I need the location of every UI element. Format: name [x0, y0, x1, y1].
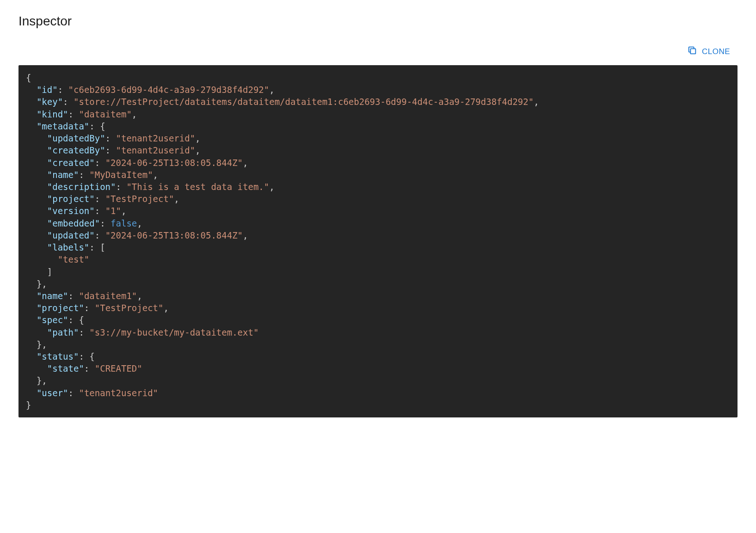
json-inspector-panel: { "id": "c6eb2693-6d99-4d4c-a3a9-279d38f…	[18, 65, 738, 417]
toolbar: CLONE	[18, 43, 738, 61]
copy-icon	[687, 45, 697, 58]
svg-rect-0	[690, 49, 695, 54]
page-title: Inspector	[18, 14, 738, 29]
json-code-content: { "id": "c6eb2693-6d99-4d4c-a3a9-279d38f…	[26, 72, 730, 411]
clone-button-label: CLONE	[702, 47, 730, 56]
clone-button[interactable]: CLONE	[683, 43, 734, 61]
